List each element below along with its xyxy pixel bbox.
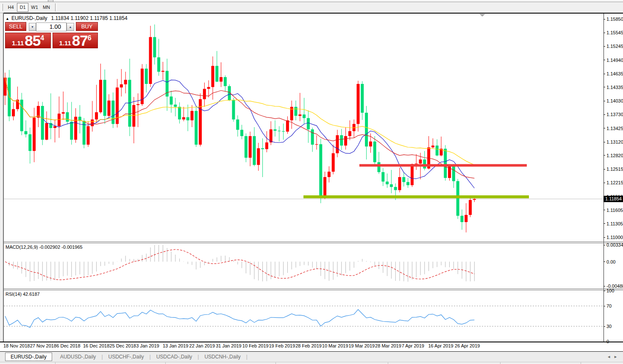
status-bar-divider — [165, 362, 166, 364]
buy-price-pip: 6 — [88, 34, 92, 42]
tab-scroll-controls: ◄► — [607, 355, 620, 359]
chevron-down-icon: ▼ — [31, 25, 34, 28]
one-click-trading-panel: SELL ▼ 1.00 ▲ BUY 1.11854 1.11876 — [5, 22, 98, 48]
date-axis-label: 26 Apr 2019 — [455, 343, 480, 348]
current-price-tag-value: 1.11854 — [605, 196, 622, 201]
axis-tick — [604, 342, 605, 342]
rsi-panel-splitter[interactable] — [3, 289, 623, 289]
volume-increase-button[interactable]: ▲ — [67, 23, 74, 31]
axis-tick — [604, 128, 605, 128]
sell-price-pip: 4 — [40, 34, 44, 42]
price-axis-label: 1.12515 — [606, 167, 623, 172]
date-axis-label: 28 Feb 2019 — [295, 343, 322, 348]
top-toolbar-button-fragment — [48, 0, 53, 2]
sell-price-big: 85 — [25, 32, 40, 49]
price-axis-label: 1.14635 — [606, 71, 623, 76]
date-axis-label: 22 Jan 2019 — [189, 343, 215, 348]
current-price-tag: 1.11854 — [604, 196, 623, 202]
rsi-axis-label: 70 — [606, 303, 612, 308]
timeframe-toolbar: H4D1W1MN — [0, 2, 623, 13]
date-axis-label: 16 Dec 2018 — [83, 343, 109, 348]
tab-audusd-daily[interactable]: AUDUSD-,Daily — [55, 352, 102, 362]
chevron-up-icon: ▲ — [69, 25, 72, 28]
tab-scroll-left-icon[interactable]: ◄ — [607, 355, 614, 359]
status-bar-edge — [0, 362, 623, 364]
price-axis-label: 1.15545 — [606, 30, 623, 35]
axis-tick — [604, 286, 605, 286]
date-axis-label: 19 Mar 2019 — [348, 343, 375, 348]
axis-tick — [604, 33, 605, 33]
timeframe-button-mn[interactable]: MN — [41, 3, 52, 12]
price-axis-label: 1.11605 — [606, 208, 623, 213]
chart-window-top-border — [3, 13, 623, 14]
date-axis-label: 7 Apr 2019 — [402, 343, 424, 348]
volume-input[interactable]: 1.00 — [36, 22, 67, 31]
axis-tick — [604, 223, 605, 224]
macd-axis-label: 0.003346 — [606, 242, 623, 247]
rsi-axis-label: 100 — [606, 288, 614, 293]
volume-decrease-button[interactable]: ▼ — [29, 23, 36, 31]
axis-tick — [604, 183, 605, 183]
date-axis-label: 19 Feb 2019 — [269, 343, 295, 348]
collapse-triangle-icon[interactable]: ▲ — [6, 17, 9, 21]
chart-ohlc-values: 1.11834 1.11902 1.11785 1.11854 — [51, 15, 128, 21]
price-axis-label: 1.13730 — [606, 112, 623, 117]
tab-usdcnh-daily[interactable]: USDCNH-,Daily — [199, 352, 246, 362]
axis-tick — [604, 19, 605, 19]
axis-tick — [604, 291, 605, 291]
axis-tick — [604, 142, 605, 142]
chart-tabs: EURUSD-,DailyAUDUSD-,Daily|USDCHF-,Daily… — [5, 352, 248, 362]
buy-price-prefix: 1.11 — [59, 39, 71, 47]
price-axis-label: 1.13120 — [606, 139, 623, 144]
price-axis-label: 1.11305 — [606, 221, 623, 226]
rsi-panel-splitter-inner — [3, 290, 623, 290]
chart-symbol-label: EURUSD-,Daily — [11, 15, 47, 21]
price-axis-label: 1.14940 — [606, 58, 623, 63]
toolbar-grip[interactable] — [1, 4, 3, 11]
axis-tick — [604, 261, 605, 262]
macd-panel-splitter-inner — [3, 243, 623, 243]
status-bar-divider — [55, 362, 56, 364]
timeframe-button-d1[interactable]: D1 — [17, 3, 28, 12]
status-bar-divider — [581, 362, 581, 364]
price-axis-label: 1.14030 — [606, 98, 623, 103]
chart-shift-marker-icon[interactable] — [479, 14, 485, 17]
macd-axis-label: 0.00 — [606, 259, 615, 264]
chart-window-left-border — [3, 13, 4, 352]
price-axis-label: 1.11000 — [606, 235, 623, 240]
buy-price-button[interactable]: 1.11876 — [53, 33, 98, 48]
toolbar-separator — [55, 3, 57, 11]
date-axis-label: 27 Nov 2018 — [30, 343, 56, 348]
price-axis-label: 1.12820 — [606, 153, 623, 158]
price-axis-label: 1.13425 — [606, 126, 623, 131]
date-axis-label: 31 Jan 2019 — [216, 343, 242, 348]
mt4-window: H4D1W1MN ▲EURUSD-,Daily1.11834 1.11902 1… — [0, 0, 623, 364]
macd-panel-splitter[interactable] — [3, 242, 623, 242]
axis-tick — [604, 169, 605, 169]
timeframe-buttons: H4D1W1MN — [5, 3, 53, 12]
rsi-indicator-label: RSI(14) 42.6187 — [6, 292, 40, 297]
status-bar-divider — [388, 362, 388, 364]
tab-eurusd-daily[interactable]: EURUSD-,Daily — [5, 353, 52, 361]
price-axis-label: 1.14335 — [606, 85, 623, 90]
timeframe-button-w1[interactable]: W1 — [29, 3, 40, 12]
axis-tick — [604, 155, 605, 156]
date-axis-label: 18 Nov 2018 — [3, 343, 30, 348]
tab-scroll-right-icon[interactable]: ► — [614, 355, 620, 359]
axis-tick — [604, 87, 605, 87]
sell-price-button[interactable]: 1.11854 — [5, 33, 51, 48]
price-axis[interactable]: 1.158501.155451.152451.149401.146351.143… — [604, 0, 623, 342]
chart-tab-bar: EURUSD-,DailyAUDUSD-,Daily|USDCHF-,Daily… — [0, 352, 623, 362]
date-axis-label: 10 Mar 2019 — [322, 343, 348, 348]
sell-button[interactable]: SELL — [5, 22, 26, 31]
chart-canvas[interactable] — [3, 13, 623, 342]
buy-button[interactable]: BUY — [76, 22, 98, 31]
tab-usdcad-daily[interactable]: USDCAD-,Daily — [151, 352, 198, 362]
date-axis-label: 3 Jan 2019 — [136, 343, 159, 348]
tab-usdchf-daily[interactable]: USDCHF-,Daily — [103, 352, 150, 362]
price-axis-label: 1.15850 — [606, 17, 623, 22]
axis-tick — [604, 46, 605, 47]
axis-tick — [604, 74, 605, 74]
date-axis-label: 10 Feb 2019 — [242, 343, 269, 348]
timeframe-button-h4[interactable]: H4 — [5, 3, 17, 12]
